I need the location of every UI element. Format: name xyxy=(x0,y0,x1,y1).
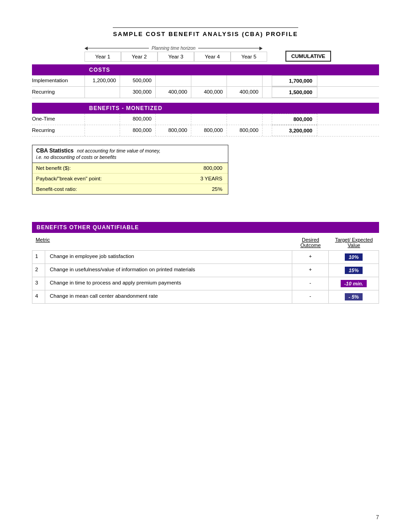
impl-y2: 500,000 xyxy=(120,75,156,86)
oq-target-1: 10% xyxy=(328,251,379,263)
cba-stats-section: CBA Statistics not accounting for time v… xyxy=(32,145,379,195)
rec-ben-cumulative: 3,200,000 xyxy=(272,125,317,136)
benefit-cost-label: Benefit-cost ratio: xyxy=(32,184,191,194)
oq-num-1: 1 xyxy=(32,251,45,263)
impl-y4 xyxy=(191,75,227,86)
year4-header: Year 4 xyxy=(194,52,231,62)
oq-target-badge-1: 10% xyxy=(345,253,362,261)
cumulative-header: CUMULATIVE xyxy=(285,51,331,62)
arrow-head-left xyxy=(84,47,88,50)
main-title: SAMPLE COST BENEFIT ANALYSIS (CBA) PROFI… xyxy=(113,27,298,37)
rec-ben-y5: 800,000 xyxy=(227,125,263,136)
impl-cumulative: 1,700,000 xyxy=(272,75,317,86)
recurring-costs-label: Recurring xyxy=(32,87,84,98)
costs-header: COSTS xyxy=(84,64,324,75)
oq-target-badge-4: - 5% xyxy=(345,293,363,300)
oq-header: BENEFITS OTHER QUANTIFIABLE xyxy=(32,222,379,233)
rec-costs-y4: 400,000 xyxy=(191,87,227,98)
onetime-cumulative: 800,000 xyxy=(272,114,317,125)
rec-ben-y3: 800,000 xyxy=(156,125,191,136)
year2-header: Year 2 xyxy=(121,52,158,62)
oq-row-4: 4 Change in mean call center abandonment… xyxy=(32,290,379,304)
oq-target-badge-2: 15% xyxy=(345,267,362,274)
oq-row-3: 3 Change in time to process and apply pr… xyxy=(32,277,379,290)
title-section: SAMPLE COST BENEFIT ANALYSIS (CBA) PROFI… xyxy=(32,27,379,37)
stats-header-italic2: i.e. no discounting of costs or benefits xyxy=(36,154,116,160)
planning-horizon-label: Planning time horizon xyxy=(149,46,198,51)
year5-header: Year 5 xyxy=(231,52,267,62)
stats-header-italic: not accounting for time value of money, xyxy=(77,148,161,153)
benefit-cost-value: 25% xyxy=(191,184,228,194)
payback-row: Payback/"break even" point: 3 YEARS xyxy=(32,174,228,184)
rec-ben-y4: 800,000 xyxy=(191,125,227,136)
onetime-y5 xyxy=(227,114,263,125)
rec-costs-y3: 400,000 xyxy=(156,87,191,98)
year3-header: Year 3 xyxy=(158,52,194,62)
impl-y1: 1,200,000 xyxy=(84,75,120,86)
onetime-y2: 800,000 xyxy=(120,114,156,125)
stats-header-bold: CBA Statistics xyxy=(36,147,74,154)
payback-label: Payback/"break even" point: xyxy=(32,174,191,184)
oq-metric-3: Change in time to process and apply prem… xyxy=(45,277,292,290)
oq-target-2: 15% xyxy=(328,264,379,277)
net-benefit-value: 800,000 xyxy=(191,163,228,173)
desired-col-header: DesiredOutcome xyxy=(292,236,329,249)
payback-value: 3 YEARS xyxy=(191,174,228,184)
oq-target-4: - 5% xyxy=(328,290,379,303)
oq-num-4: 4 xyxy=(32,290,45,303)
onetime-y1 xyxy=(84,114,120,125)
oq-target-3: -10 min. xyxy=(328,277,379,290)
net-benefit-label: Net benefit ($): xyxy=(32,163,191,173)
oq-metric-4: Change in mean call center abandonment r… xyxy=(45,290,292,303)
oq-row-2: 2 Change in usefulness/value of informat… xyxy=(32,264,379,277)
oq-desired-3: - xyxy=(292,277,328,290)
benefits-monetized-header: BENEFITS - MONETIZED xyxy=(84,103,324,114)
oq-num-3: 3 xyxy=(32,277,45,290)
recurring-ben-label: Recurring xyxy=(32,125,84,136)
onetime-label: One-Time xyxy=(32,114,84,125)
oq-num-2: 2 xyxy=(32,264,45,277)
benefit-cost-row: Benefit-cost ratio: 25% xyxy=(32,184,228,194)
onetime-y4 xyxy=(191,114,227,125)
oq-metric-2: Change in usefulness/value of informatio… xyxy=(45,264,292,277)
net-benefit-row: Net benefit ($): 800,000 xyxy=(32,163,228,174)
oq-row-1: 1 Change in employee job satisfaction + … xyxy=(32,250,379,264)
benefits-quantifiable-section: BENEFITS OTHER QUANTIFIABLE Metric Desir… xyxy=(32,222,379,304)
rec-costs-y2: 300,000 xyxy=(120,87,156,98)
onetime-y3 xyxy=(156,114,191,125)
oq-desired-1: + xyxy=(292,251,328,263)
impl-y5 xyxy=(227,75,263,86)
rec-costs-y1 xyxy=(84,87,120,98)
year1-header: Year 1 xyxy=(84,52,121,62)
oq-metric-1: Change in employee job satisfaction xyxy=(45,251,292,263)
page-number: 7 xyxy=(376,514,379,521)
metric-col-header: Metric xyxy=(36,237,50,242)
arrow-head-right xyxy=(259,47,263,50)
rec-costs-y5: 400,000 xyxy=(227,87,263,98)
rec-ben-y2: 800,000 xyxy=(120,125,156,136)
rec-costs-cumulative: 1,500,000 xyxy=(272,87,317,98)
impl-y3 xyxy=(156,75,191,86)
oq-target-badge-3: -10 min. xyxy=(341,280,367,287)
oq-desired-4: - xyxy=(292,290,328,303)
rec-ben-y1 xyxy=(84,125,120,136)
oq-desired-2: + xyxy=(292,264,328,277)
target-col-header: Target/ ExpectedValue xyxy=(329,236,379,249)
implementation-label: Implementation xyxy=(32,75,84,86)
stats-header: CBA Statistics not accounting for time v… xyxy=(32,145,228,163)
